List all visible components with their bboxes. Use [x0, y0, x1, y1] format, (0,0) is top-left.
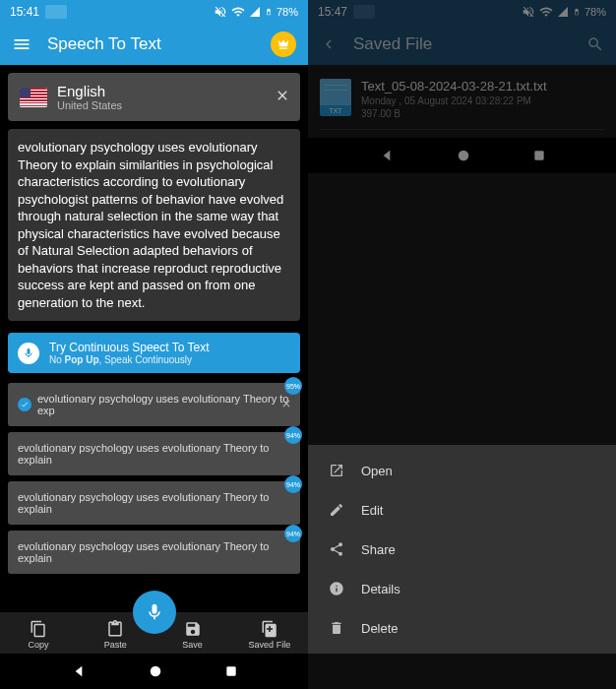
percent-badge: 94% — [284, 475, 302, 493]
delete-button[interactable]: Delete — [308, 608, 616, 648]
search-icon[interactable] — [586, 35, 604, 53]
edit-icon — [329, 502, 344, 518]
language-name: English — [57, 83, 122, 99]
banner-title: Try Continuous Speect To Text — [49, 341, 210, 354]
language-sub: United States — [57, 99, 122, 111]
svg-point-2 — [458, 151, 468, 161]
file-size: 397.00 B — [361, 108, 547, 119]
close-icon[interactable] — [280, 398, 292, 411]
status-time: 15:47 — [318, 5, 347, 19]
file-item[interactable]: TXT Text_05-08-2024-03-28-21.txt.txt Mon… — [320, 73, 604, 130]
app-bar: Speech To Text — [0, 24, 308, 65]
svg-rect-1 — [226, 666, 235, 675]
history-item[interactable]: evolutionary psychology uses evolutionar… — [8, 481, 300, 525]
delete-icon — [329, 620, 344, 636]
home-nav-icon[interactable] — [149, 664, 162, 678]
mute-icon — [214, 5, 227, 19]
percent-badge: 94% — [284, 426, 302, 444]
percent-badge: 95% — [284, 377, 302, 395]
history-item[interactable]: evolutionary psychology uses evolutionar… — [8, 432, 300, 475]
battery-icon — [265, 5, 273, 19]
save-icon — [184, 620, 202, 638]
crown-icon — [277, 37, 290, 51]
wifi-icon — [539, 5, 553, 19]
home-nav-icon[interactable] — [457, 149, 470, 162]
history-text: evolutionary psychology uses evolutionar… — [37, 393, 290, 416]
wifi-icon — [231, 5, 245, 19]
mic-button[interactable] — [133, 591, 176, 634]
info-icon — [329, 581, 344, 596]
file-name: Text_05-08-2024-03-28-21.txt.txt — [361, 79, 547, 94]
language-selector[interactable]: English United States — [8, 73, 300, 121]
copy-icon — [30, 620, 47, 638]
status-time: 15:41 — [10, 5, 39, 19]
copy-button[interactable]: Copy — [0, 620, 77, 650]
context-menu: Open Edit Share Details Delete — [308, 445, 616, 654]
svg-rect-3 — [534, 151, 543, 159]
signal-icon — [557, 6, 569, 18]
paste-icon — [106, 620, 124, 638]
continuous-banner[interactable]: Try Continuous Speect To Text No Pop Up,… — [8, 333, 300, 373]
status-bar: 15:47 78% — [308, 0, 616, 24]
history-item[interactable]: evolutionary psychology uses evolutionar… — [8, 383, 300, 426]
files-icon — [261, 620, 278, 638]
back-nav-icon[interactable] — [379, 148, 395, 163]
details-button[interactable]: Details — [308, 569, 616, 608]
history-text: evolutionary psychology uses evolutionar… — [18, 491, 290, 515]
transcript-text[interactable]: evolutionary psychology uses evolutionar… — [8, 129, 300, 321]
mute-icon — [522, 5, 535, 19]
status-battery: 78% — [585, 6, 606, 18]
percent-badge: 94% — [284, 525, 302, 542]
close-icon[interactable] — [275, 88, 290, 107]
back-icon[interactable] — [320, 35, 338, 53]
file-type-icon: TXT — [320, 79, 351, 116]
open-button[interactable]: Open — [308, 451, 616, 490]
status-bar: 15:41 78% — [0, 0, 308, 24]
battery-icon — [573, 5, 581, 19]
page-title: Saved File — [353, 34, 571, 54]
file-date: Monday , 05 August 2024 03:28:22 PM — [361, 95, 547, 106]
status-battery: 78% — [277, 6, 298, 18]
menu-icon[interactable] — [12, 34, 31, 54]
history-text: evolutionary psychology uses evolutionar… — [18, 442, 290, 466]
flag-icon — [20, 88, 47, 107]
recent-nav-icon[interactable] — [532, 149, 546, 162]
recent-nav-icon[interactable] — [224, 664, 238, 678]
banner-sub: No Pop Up, Speak Continuously — [49, 354, 210, 365]
app-bar: Saved File — [308, 24, 616, 65]
nav-bar — [0, 654, 308, 689]
mic-icon — [145, 602, 164, 622]
status-indicator — [45, 5, 67, 19]
share-button[interactable]: Share — [308, 530, 616, 569]
edit-button[interactable]: Edit — [308, 490, 616, 530]
history-item[interactable]: evolutionary psychology uses evolutionar… — [8, 531, 300, 574]
share-icon — [329, 541, 344, 557]
signal-icon — [249, 6, 261, 18]
back-nav-icon[interactable] — [71, 663, 87, 679]
nav-bar — [308, 138, 616, 173]
open-icon — [329, 463, 344, 478]
check-icon — [18, 398, 31, 411]
saved-file-button[interactable]: Saved File — [231, 620, 308, 650]
status-indicator — [353, 5, 375, 19]
app-title: Speech To Text — [47, 34, 255, 54]
history-text: evolutionary psychology uses evolutionar… — [18, 540, 290, 564]
mic-icon — [18, 343, 39, 364]
history-list: evolutionary psychology uses evolutionar… — [8, 383, 300, 574]
premium-button[interactable] — [271, 31, 296, 57]
svg-point-0 — [150, 666, 160, 677]
